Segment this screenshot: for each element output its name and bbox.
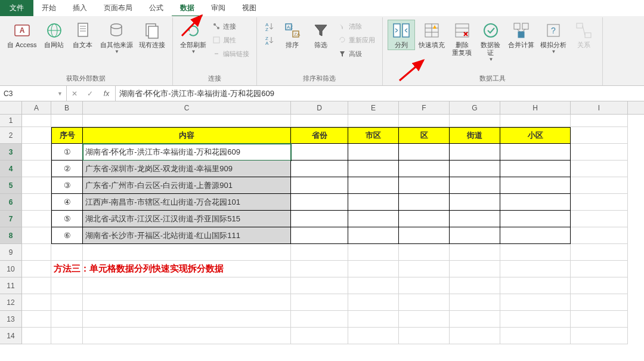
- cell-D2[interactable]: 省份: [291, 127, 348, 144]
- cell-F5[interactable]: [399, 177, 450, 194]
- cell-C3[interactable]: 湖南省-怀化市-洪江市-幸福街道-万和花园609: [83, 144, 291, 161]
- btn-connections[interactable]: 连接: [210, 20, 252, 33]
- cell-A5[interactable]: [22, 177, 51, 194]
- cell-D8[interactable]: [291, 227, 348, 244]
- cell-A9[interactable]: [22, 244, 51, 261]
- cell-I2[interactable]: [571, 127, 628, 144]
- cell-G2[interactable]: 街道: [450, 127, 500, 144]
- cell-D7[interactable]: [291, 211, 348, 227]
- name-box[interactable]: C3▼: [0, 86, 67, 101]
- cell-G5[interactable]: [450, 177, 500, 194]
- cell-B9[interactable]: [51, 244, 83, 261]
- cell-E2[interactable]: 市区: [348, 127, 399, 144]
- cell-C9[interactable]: [83, 244, 291, 261]
- cell-B7[interactable]: ⑤: [51, 211, 83, 227]
- cell-C4[interactable]: 广东省-深圳市-龙岗区-双龙街道-幸福里909: [83, 161, 291, 177]
- cell-H12[interactable]: [500, 294, 571, 311]
- cell-E13[interactable]: [348, 311, 399, 328]
- cell-H11[interactable]: [500, 277, 571, 294]
- cell-F13[interactable]: [399, 311, 450, 328]
- menu-file[interactable]: 文件: [0, 0, 33, 16]
- cell-G13[interactable]: [450, 311, 500, 328]
- row-header-13[interactable]: 13: [0, 311, 22, 328]
- cell-I8[interactable]: [571, 227, 628, 244]
- cell-B14[interactable]: [51, 328, 83, 344]
- menu-view[interactable]: 视图: [234, 0, 265, 16]
- cell-B5[interactable]: ③: [51, 177, 83, 194]
- cell-D13[interactable]: [291, 311, 348, 328]
- cell-G1[interactable]: [450, 115, 500, 127]
- col-header-E[interactable]: E: [348, 101, 399, 114]
- cell-F1[interactable]: [399, 115, 450, 127]
- cell-F10[interactable]: [399, 261, 450, 277]
- cell-H14[interactable]: [500, 328, 571, 344]
- btn-text-to-columns[interactable]: 分列: [388, 20, 415, 50]
- row-header-2[interactable]: 2: [0, 127, 22, 144]
- cell-D3[interactable]: [291, 144, 348, 161]
- cell-A7[interactable]: [22, 211, 51, 227]
- cell-F7[interactable]: [399, 211, 450, 227]
- cell-A2[interactable]: [22, 127, 51, 144]
- btn-sort-desc[interactable]: ZA: [262, 33, 277, 47]
- cell-I14[interactable]: [571, 328, 628, 344]
- cell-H7[interactable]: [500, 211, 571, 227]
- cell-F12[interactable]: [399, 294, 450, 311]
- cell-I5[interactable]: [571, 177, 628, 194]
- row-header-3[interactable]: 3: [0, 144, 22, 161]
- cell-H10[interactable]: [500, 261, 571, 277]
- cell-C13[interactable]: [83, 311, 291, 328]
- btn-advanced[interactable]: 高级: [336, 47, 377, 60]
- cell-B10[interactable]: 方法三：单元格数据分列快速实现拆分数据: [51, 261, 83, 277]
- cell-G11[interactable]: [450, 277, 500, 294]
- col-header-A[interactable]: A: [22, 101, 51, 114]
- cell-F14[interactable]: [399, 328, 450, 344]
- cell-D5[interactable]: [291, 177, 348, 194]
- menu-data[interactable]: 数据: [172, 0, 203, 16]
- cell-A4[interactable]: [22, 161, 51, 177]
- cell-D11[interactable]: [291, 277, 348, 294]
- cell-I6[interactable]: [571, 194, 628, 211]
- cell-E8[interactable]: [348, 227, 399, 244]
- cell-A1[interactable]: [22, 115, 51, 127]
- cell-G12[interactable]: [450, 294, 500, 311]
- col-header-B[interactable]: B: [51, 101, 83, 114]
- row-header-11[interactable]: 11: [0, 277, 22, 294]
- cell-F6[interactable]: [399, 194, 450, 211]
- btn-data-validation[interactable]: 数据验 证 ▼: [477, 20, 504, 63]
- btn-existing-conn[interactable]: 现有连接: [137, 20, 168, 50]
- cell-E6[interactable]: [348, 194, 399, 211]
- cell-C8[interactable]: 湖南省-长沙市-开福区-北站街道-红山国际111: [83, 227, 291, 244]
- cell-I11[interactable]: [571, 277, 628, 294]
- btn-refresh-all[interactable]: 全部刷新 ▼: [178, 20, 209, 55]
- cell-G14[interactable]: [450, 328, 500, 344]
- cell-F9[interactable]: [399, 244, 450, 261]
- cell-D14[interactable]: [291, 328, 348, 344]
- menu-insert[interactable]: 插入: [64, 0, 95, 16]
- cell-C10[interactable]: [83, 261, 291, 277]
- col-header-H[interactable]: H: [500, 101, 571, 114]
- cell-I7[interactable]: [571, 211, 628, 227]
- cell-A12[interactable]: [22, 294, 51, 311]
- cell-D9[interactable]: [291, 244, 348, 261]
- cell-H13[interactable]: [500, 311, 571, 328]
- row-header-10[interactable]: 10: [0, 261, 22, 277]
- btn-from-access[interactable]: A 自 Access: [5, 20, 39, 50]
- col-header-D[interactable]: D: [291, 101, 348, 114]
- btn-from-other[interactable]: 自其他来源 ▼: [98, 20, 135, 55]
- cell-D4[interactable]: [291, 161, 348, 177]
- col-header-I[interactable]: I: [571, 101, 628, 114]
- cell-G7[interactable]: [450, 211, 500, 227]
- menu-review[interactable]: 审阅: [203, 0, 234, 16]
- cell-I4[interactable]: [571, 161, 628, 177]
- row-header-7[interactable]: 7: [0, 211, 22, 227]
- cell-I3[interactable]: [571, 144, 628, 161]
- btn-consolidate[interactable]: 合并计算: [506, 20, 537, 50]
- btn-properties[interactable]: 属性: [210, 33, 252, 47]
- cell-H1[interactable]: [500, 115, 571, 127]
- cell-I10[interactable]: [571, 261, 628, 277]
- row-header-12[interactable]: 12: [0, 294, 22, 311]
- cell-I13[interactable]: [571, 311, 628, 328]
- row-header-1[interactable]: 1: [0, 115, 22, 127]
- btn-edit-links[interactable]: 编辑链接: [210, 47, 252, 60]
- btn-from-text[interactable]: 自文本: [69, 20, 97, 50]
